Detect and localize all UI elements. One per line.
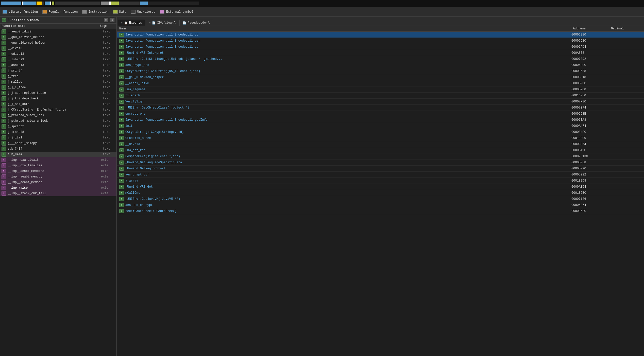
tab-exports-close[interactable]: ✕ — [121, 21, 123, 24]
export-row[interactable]: f_Unwind_VRS_Interpret000A8E8 — [117, 50, 644, 56]
function-icon: f — [2, 35, 6, 40]
function-row[interactable]: fj_sprintf.text — [0, 124, 116, 129]
functions-panel-restore[interactable]: □ — [104, 18, 108, 22]
function-row[interactable]: f__imp_raiseexte — [0, 185, 116, 191]
function-name: __imp__aeabi_memclr8 — [8, 169, 99, 173]
function-row[interactable]: f__imp__stack_chk_failexte — [0, 191, 116, 196]
minimap-segment — [42, 2, 44, 5]
function-row[interactable]: f__imp__cxa_atexitexte — [0, 157, 116, 163]
function-row[interactable]: fj_j_thirdApkCheck.text — [0, 96, 116, 101]
export-row[interactable]: f__aeabi_ldiv00000BFCC — [117, 80, 644, 86]
function-row[interactable]: fj_j_set_data.text — [0, 101, 116, 107]
export-name: _JNIEnv::GetJavaVM(_JavaVM **) — [125, 197, 570, 201]
export-row[interactable]: fJava_ctrip_foundation_util_EncodeUtil_g… — [117, 117, 644, 123]
function-row[interactable]: fj_pthread_mutex_lock.text — [0, 113, 116, 118]
export-name: Java_ctrip_foundation_util_EncodeUtil_ge… — [125, 118, 570, 122]
export-row[interactable]: fa_array000182D8 — [117, 178, 644, 184]
function-row[interactable]: f__gnu_ldivmod_helper.text — [0, 34, 116, 40]
minimap — [0, 0, 644, 7]
function-name: j_j_c_free — [8, 86, 99, 89]
function-row[interactable]: f__aeabi_ldiv0.text — [0, 29, 116, 34]
export-row[interactable]: funw_regname0000B2C0 — [117, 86, 644, 93]
export-address: 00004ECC — [571, 63, 609, 67]
function-row[interactable]: fj_j_c_free.text — [0, 85, 116, 90]
function-icon: f — [2, 29, 6, 34]
tab-pseudocode[interactable]: 📄 Pseudocode-A — [179, 20, 213, 26]
functions-panel-close[interactable]: ✕ — [110, 18, 114, 22]
tab-ida-view-close[interactable]: ✕ — [149, 21, 150, 24]
function-row[interactable]: fj___aeabi_memcpy.text — [0, 140, 116, 146]
function-row[interactable]: fsub_C404.text — [0, 146, 116, 152]
function-row[interactable]: fj_lrand48.text — [0, 129, 116, 135]
export-row[interactable]: funw_set_reg0000B19C — [117, 147, 644, 153]
main-layout: f Functions window □ ✕ Function name Seg… — [0, 17, 644, 356]
function-row[interactable]: f__imp__cxa_finalizeexte — [0, 163, 116, 168]
function-name: j_j_i2a1 — [8, 136, 99, 139]
function-row[interactable]: f__imp__aeabi_memsetexte — [0, 180, 116, 185]
export-row[interactable]: fJava_ctrip_foundation_util_EncodeUtil_g… — [117, 38, 644, 44]
function-row[interactable]: f__gnu_uldivmod_helper.text — [0, 40, 116, 46]
export-row[interactable]: f__divdi30000C054 — [117, 141, 644, 147]
export-row[interactable]: f_Unwind_VRS_Get0000AB54 — [117, 184, 644, 190]
tab-exports[interactable]: ✕ 📋 Exports — [118, 20, 145, 26]
function-name: __lshrdi3 — [8, 58, 99, 61]
export-row[interactable]: fencrypt_one0000593E — [117, 111, 644, 117]
function-row[interactable]: f__lshrdi3.text — [0, 57, 116, 62]
tab-ida-view[interactable]: ✕ 📄 IDA View-A — [146, 20, 179, 26]
function-row[interactable]: fsub_C414.text — [0, 152, 116, 157]
export-row[interactable]: f_JNIEnv::CallStaticObjectMethod(_jclass… — [117, 56, 644, 62]
function-icon: f — [2, 52, 6, 56]
function-row[interactable]: fj_j_i2a1.text — [0, 135, 116, 140]
function-row[interactable]: fj_malloc.text — [0, 79, 116, 85]
export-row[interactable]: fJava_ctrip_foundation_util_EncodeUtil_c… — [117, 32, 644, 38]
function-icon: f — [2, 130, 6, 134]
export-row[interactable]: f_JNIEnv::GetJavaVM(_JavaVM **)00007126 — [117, 196, 644, 202]
legend-label-regular: Regular function — [48, 10, 78, 14]
function-row[interactable]: fj_free.text — [0, 74, 116, 79]
function-row[interactable]: f__udivdi3.text — [0, 51, 116, 57]
tab-pseudocode-icon: 📄 — [183, 21, 186, 25]
export-address: 0000B09C — [571, 167, 609, 170]
legend-color-unexplored — [131, 10, 135, 14]
export-row[interactable]: fCCryptString::CCryptString(void)000084F… — [117, 129, 644, 135]
functions-table[interactable]: Function name Segm f__aeabi_ldiv0.textf_… — [0, 24, 116, 356]
export-row[interactable]: ffilepath00016050 — [117, 93, 644, 99]
function-seg: .text — [101, 108, 115, 112]
function-name: j_j_set_data — [8, 102, 99, 106]
function-row[interactable]: f__imp__aeabi_memcpyexte — [0, 174, 116, 180]
function-row[interactable]: f__divdi3.text — [0, 46, 116, 51]
export-row[interactable]: f_Unwind_GetRegionStart0000B09C — [117, 166, 644, 172]
export-row[interactable]: fCLock::s_mutex000182C0 — [117, 135, 644, 141]
export-row[interactable]: fCCryptString::GetString(RS_ID,char *,in… — [117, 68, 644, 74]
function-row[interactable]: fj_j_aes_replace_table.text — [0, 90, 116, 96]
export-row[interactable]: finit0000A474 — [117, 123, 644, 129]
export-row[interactable]: fVerifySign00007F3C — [117, 99, 644, 105]
function-row[interactable]: f__imp__aeabi_memclr8exte — [0, 168, 116, 174]
function-row[interactable]: f__ashldi3.text — [0, 62, 116, 68]
export-row[interactable]: faes_crypt_cbc00004ECC — [117, 62, 644, 68]
function-name: __aeabi_ldiv0 — [8, 30, 99, 33]
function-icon: f — [2, 147, 6, 151]
export-row[interactable]: f_Unwind_GetLanguageSpecificData0000B068 — [117, 159, 644, 166]
export-address: 00007126 — [571, 197, 609, 201]
export-row[interactable]: fCompareCert(signed char *,int)00007 13C — [117, 153, 644, 159]
export-row[interactable]: fmCallCnt000182BC — [117, 190, 644, 196]
export-row[interactable]: fJava_ctrip_foundation_util_EncodeUtil_c… — [117, 44, 644, 50]
function-icon: f — [2, 108, 6, 112]
function-row[interactable]: fj_printf.text — [0, 68, 116, 74]
export-row[interactable]: f_JNIEnv::GetObjectClass(_jobject *)0000… — [117, 105, 644, 111]
export-row[interactable]: faes_ecb_encrypt00005B74 — [117, 202, 644, 208]
export-icon: f — [119, 39, 124, 43]
function-row[interactable]: fj_CCryptString::Enc(uchar *,int).text — [0, 107, 116, 113]
function-row[interactable]: fj_pthread_mutex_unlock.text — [0, 118, 116, 124]
export-row[interactable]: fsec::CAutoFree::~CAutoFree()0000862C — [117, 208, 644, 214]
function-icon: f — [2, 57, 6, 62]
export-row[interactable]: f__gnu_uldivmod_helper0000C018 — [117, 74, 644, 80]
function-seg: .text — [101, 147, 115, 151]
function-seg: exte — [101, 175, 115, 179]
exports-area[interactable]: Name Address Ordinal fJava_ctrip_foundat… — [117, 26, 644, 356]
exports-header: Name Address Ordinal — [117, 26, 644, 32]
function-name: j_j_aes_replace_table — [8, 91, 99, 95]
export-row[interactable]: faes_crypt_ctr00005022 — [117, 172, 644, 178]
function-seg: exte — [101, 181, 115, 184]
